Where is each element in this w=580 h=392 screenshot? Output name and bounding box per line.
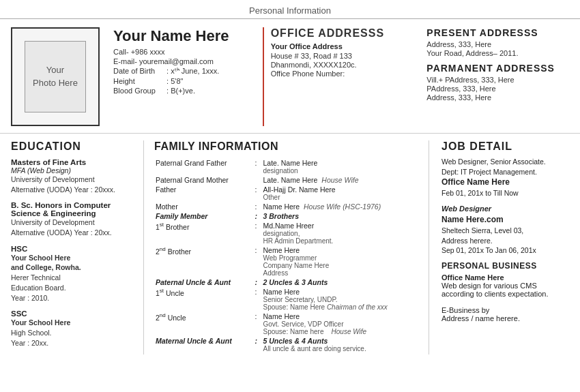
personal-biz-line4: Address / name herere. bbox=[441, 314, 569, 322]
edu-degree-2: B. Sc. Honors in ComputerScience & Engin… bbox=[11, 201, 136, 217]
photo-box: Your Photo Here bbox=[11, 27, 100, 126]
family-title: FAMILY INFORMATION bbox=[154, 140, 422, 153]
family-row-maternal-uncle-aunt: Maternal Uncle & Aunt : 5 Uncles & 4 Aun… bbox=[154, 336, 422, 353]
mother-label: Mother bbox=[154, 202, 254, 211]
bottom-section: EDUCATION Masters of Fine Arts MFA (Web … bbox=[0, 134, 580, 361]
brother1-value: Md.Name Hreerdesignation,HR Admin Depart… bbox=[262, 221, 422, 245]
office-line3: Office Phone Number: bbox=[271, 70, 414, 78]
permanent-title: PARMANENT ADDRESSS bbox=[426, 63, 569, 74]
family-row-grandmother: Paternal Grand Mother Late. Name Here Ho… bbox=[154, 175, 422, 185]
grandfather-value: Late. Name Heredesignation bbox=[262, 158, 422, 175]
family-row-grandfather: Paternal Grand Father : Late. Name Hered… bbox=[154, 158, 422, 175]
personal-biz-line1: Office Name Here bbox=[441, 273, 569, 282]
present-address: PRESENT ADDRESSS Address, 333, Here Your… bbox=[420, 27, 569, 126]
family-row-brother1: 1st Brother : Md.Name Hreerdesignation,H… bbox=[154, 221, 422, 245]
maternal-ua-label: Maternal Uncle & Aunt bbox=[154, 336, 254, 353]
job-title: JOB DETAIL bbox=[441, 140, 569, 153]
present-line2: Your Road, Address– 2011. bbox=[426, 49, 569, 57]
job1-role: Web Designer, Senior Associate. bbox=[441, 157, 569, 167]
dob-line: Date of Birth : xᵗʰ June, 1xxx. bbox=[113, 67, 256, 76]
uncle1-label: 1st Uncle bbox=[154, 287, 254, 312]
perm-line1: Vill.+ PAddress, 333, Here bbox=[426, 76, 569, 84]
paternal-ua-value: 2 Uncles & 3 Aunts bbox=[262, 277, 422, 287]
father-value: All-Hajj Dr. Name HereOther bbox=[262, 185, 422, 202]
members-label: Family Member bbox=[154, 211, 254, 221]
job-section: JOB DETAIL Web Designer, Senior Associat… bbox=[436, 140, 569, 355]
family-row-mother: Mother : Name Here House Wife (HSC-1976) bbox=[154, 202, 422, 211]
education-section: EDUCATION Masters of Fine Arts MFA (Web … bbox=[11, 140, 144, 355]
present-title: PRESENT ADDRESSS bbox=[426, 27, 569, 38]
dob-value: : xᵗʰ June, 1xxx. bbox=[166, 67, 219, 75]
top-section: Your Photo Here Your Name Here Call- +98… bbox=[0, 19, 580, 134]
dob-label: Date of Birth bbox=[113, 67, 164, 75]
edu-item-1: Masters of Fine Arts MFA (Web Design) Un… bbox=[11, 158, 136, 194]
personal-biz-line2: Web design for various CMSaccording to c… bbox=[441, 282, 569, 298]
edu-sub-1: MFA (Web Design) bbox=[11, 166, 136, 175]
edu-sub-4: Your School Here bbox=[11, 318, 136, 328]
call-line: Call- +986 xxxx bbox=[113, 48, 256, 56]
father-label: Father bbox=[154, 185, 254, 202]
family-row-brother2: 2nd Brother : Neme HereWeb ProgrammerCom… bbox=[154, 245, 422, 277]
edu-degree-4: SSC bbox=[11, 310, 136, 318]
blood-label: Blood Group bbox=[113, 87, 164, 95]
family-row-uncle2: 2nd Uncle : Name HereGovt. Service, VDP … bbox=[154, 312, 422, 336]
members-value: 3 Brothers bbox=[262, 211, 422, 221]
edu-detail-4: High School.Year : 20xx. bbox=[11, 328, 136, 348]
grandmother-value: Late. Name Here House Wife bbox=[262, 175, 422, 185]
perm-line2: PAddress, 333, Here bbox=[426, 85, 569, 93]
photo-text: Your Photo Here bbox=[33, 64, 78, 89]
perm-line3: Address, 333, Here bbox=[426, 93, 569, 102]
blood-line: Blood Group : B(+)ve. bbox=[113, 87, 256, 95]
office-line1: House # 33, Road # 133 bbox=[271, 52, 414, 60]
present-line1: Address, 333, Here bbox=[426, 40, 569, 48]
edu-degree-3: HSC bbox=[11, 245, 136, 253]
education-title: EDUCATION bbox=[11, 140, 136, 153]
edu-item-3: HSC Your School Hereand College, Rowha. … bbox=[11, 245, 136, 303]
height-line: Height : 5'8" bbox=[113, 77, 256, 85]
blood-value: : B(+)ve. bbox=[166, 87, 195, 95]
photo-box-inner: Your Photo Here bbox=[25, 41, 86, 112]
job1-dept: Dept: IT Project Management. bbox=[441, 167, 569, 177]
mother-value: Name Here House Wife (HSC-1976) bbox=[262, 202, 422, 211]
edu-sub-3: Your School Hereand College, Rowha. bbox=[11, 253, 136, 273]
full-name: Your Name Here bbox=[113, 27, 256, 45]
office-title: OFFICE ADDRESSS bbox=[271, 27, 414, 40]
family-row-father: Father : All-Hajj Dr. Name HereOther bbox=[154, 185, 422, 202]
paternal-ua-label: Paternal Uncle & Aunt bbox=[154, 277, 254, 287]
email-line: E-mail- youremail@gmail.com bbox=[113, 57, 256, 65]
edu-item-2: B. Sc. Honors in ComputerScience & Engin… bbox=[11, 201, 136, 237]
uncle2-value: Name HereGovt. Service, VDP OfficerSpous… bbox=[262, 312, 422, 336]
personal-biz-line3: E-Business by bbox=[441, 306, 569, 314]
job2-address: Sheltech Sierra, Level 03,Address herere… bbox=[441, 226, 569, 245]
job1-date: Feb 01, 201x to Till Now bbox=[441, 188, 569, 198]
brother2-label: 2nd Brother bbox=[154, 245, 254, 277]
job1-company: Office Name Here bbox=[441, 177, 569, 188]
grandfather-label: Paternal Grand Father bbox=[154, 158, 254, 175]
family-row-uncle1: 1st Uncle : Name HereSenior Secretary, U… bbox=[154, 287, 422, 312]
grandmother-label: Paternal Grand Mother bbox=[154, 175, 254, 185]
edu-detail-2: University of DevelopmentAlternative (UO… bbox=[11, 217, 136, 237]
office-line2: Dhanmondi, XXXXX120c. bbox=[271, 61, 414, 69]
family-row-members: Family Member : 3 Brothers bbox=[154, 211, 422, 221]
height-label: Height bbox=[113, 77, 164, 85]
edu-detail-3: Herer TechnicalEducation Board.Year : 20… bbox=[11, 273, 136, 303]
maternal-ua-value: 5 Uncles & 4 AuntsAll uncle & aunt are d… bbox=[262, 336, 422, 353]
family-table: Paternal Grand Father : Late. Name Hered… bbox=[154, 158, 422, 353]
office-address: OFFICE ADDRESSS Your Office Address Hous… bbox=[263, 27, 414, 126]
uncle2-label: 2nd Uncle bbox=[154, 312, 254, 336]
family-section: FAMILY INFORMATION Paternal Grand Father… bbox=[151, 140, 429, 355]
page-title: Personal Information bbox=[0, 0, 580, 19]
edu-detail-1: University of DevelopmentAlternative (UO… bbox=[11, 175, 136, 194]
brother2-value: Neme HereWeb ProgrammerCompany Name Here… bbox=[262, 245, 422, 277]
edu-item-4: SSC Your School Here High School.Year : … bbox=[11, 310, 136, 348]
job2-role: Web Designer bbox=[441, 204, 569, 214]
height-value: : 5'8" bbox=[166, 77, 183, 85]
job-item-2: Web Designer Name Here.com Sheltech Sier… bbox=[441, 204, 569, 256]
job2-company: Name Here.com bbox=[441, 214, 569, 226]
uncle1-value: Name HereSenior Secretary, UNDP.Spouse: … bbox=[262, 287, 422, 312]
personal-info: Your Name Here Call- +986 xxxx E-mail- y… bbox=[106, 27, 256, 126]
office-sub: Your Office Address bbox=[271, 42, 414, 50]
job2-date: Sep 01, 201x To Jan 06, 201x bbox=[441, 245, 569, 256]
edu-degree-1: Masters of Fine Arts bbox=[11, 158, 136, 166]
personal-biz-title: PERSONAL BUSINESS bbox=[441, 261, 569, 271]
